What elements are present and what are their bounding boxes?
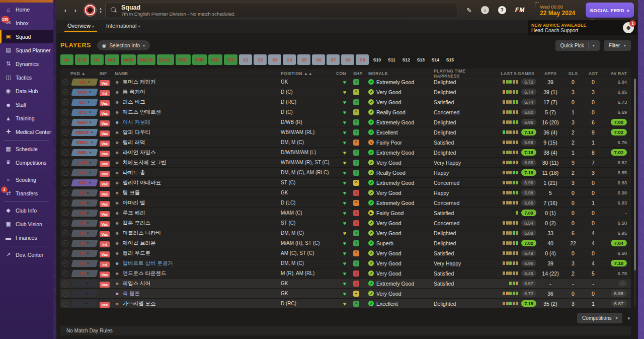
tab-overview[interactable]: Overview▾: [61, 20, 100, 32]
sidebar-item-dev-center[interactable]: ↗Dev. Center: [0, 248, 53, 261]
position-badge[interactable]: DCL▾: [71, 109, 98, 116]
position-filter-dcl[interactable]: DCL: [105, 54, 119, 65]
position-filter-dmcl[interactable]: DMCL: [157, 54, 175, 65]
position-filter-s5[interactable]: S5: [297, 54, 310, 65]
row-checkmark[interactable]: ✓: [62, 170, 68, 176]
col-pkd[interactable]: PKD ▲: [70, 71, 100, 76]
player-name[interactable]: 마블러스 나캄바: [122, 230, 160, 237]
position-filter-s1[interactable]: S1: [239, 54, 252, 65]
table-row[interactable]: ✓S4▾Vac☻칼튼 모리스ST (C)♥↓↗Very GoodConcerne…: [60, 218, 631, 228]
row-checkmark[interactable]: ✓: [62, 79, 68, 85]
sidebar-item-club-vision[interactable]: ▣Club Vision: [0, 217, 53, 231]
inf-tag[interactable]: Vac: [100, 120, 110, 126]
club-spinner[interactable]: ▲▼: [99, 7, 102, 14]
row-checkmark[interactable]: ✓: [62, 260, 68, 266]
inf-tag[interactable]: Vac: [100, 151, 110, 157]
player-name[interactable]: 리스 버크: [122, 99, 145, 106]
player-name[interactable]: 알베르트 삼비 로콩가: [122, 260, 173, 267]
position-filter-s2[interactable]: S2: [254, 54, 267, 65]
col-happiness[interactable]: PLAYING TIME HAPPINESS: [434, 69, 489, 79]
player-name[interactable]: 펠리 러덕: [122, 139, 145, 146]
position-badge[interactable]: S8▾: [71, 260, 98, 267]
table-row[interactable]: ✓-▾Vac☻가브리엘 오쇼D (RC)♥˅↗ExcellentDelighte…: [60, 299, 631, 309]
inf-tag[interactable]: Vac: [100, 251, 110, 257]
position-filter-gk[interactable]: GK: [60, 54, 73, 65]
player-name[interactable]: 톰 록키어: [122, 89, 145, 96]
table-row[interactable]: ✓DMCL▾Vac☻펠리 러덕DM, M (C)♥^↘Fairly PoorSa…: [60, 138, 631, 148]
position-badge[interactable]: S9▾: [71, 270, 98, 277]
player-name[interactable]: 컬리 우드로: [122, 250, 150, 257]
position-badge[interactable]: DMCR▾: [71, 129, 98, 136]
player-name[interactable]: 아마리 벨: [122, 199, 145, 207]
table-scrollbar[interactable]: [634, 79, 636, 307]
inf-tag[interactable]: Vac: [100, 282, 110, 288]
table-row[interactable]: ✓AMR▾Vac☻치에도지에 오그빈WB/M/AM (R), ST (C)♥↑↗…: [60, 158, 631, 168]
sidebar-item-scouting[interactable]: ⌕Scouting: [0, 173, 53, 186]
inf-tag[interactable]: Int: [100, 241, 110, 247]
position-filter-s15[interactable]: S15: [443, 54, 456, 65]
position-filter-amr[interactable]: AMR: [192, 54, 207, 65]
row-checkmark[interactable]: ✓: [62, 250, 68, 256]
inf-tag[interactable]: Vac: [100, 141, 110, 147]
position-badge[interactable]: S3▾: [71, 210, 98, 217]
inf-tag[interactable]: Vac: [100, 130, 110, 137]
position-filter-dcr[interactable]: DCR: [75, 54, 89, 65]
sidebar-item-schedule[interactable]: ▦Schedule: [0, 142, 53, 156]
inf-tag[interactable]: Vac: [100, 191, 110, 197]
col-ast[interactable]: AST: [584, 71, 603, 76]
col-last5[interactable]: LAST 5 GAMES: [489, 71, 538, 76]
position-filter-s4[interactable]: S4: [283, 54, 296, 65]
row-checkmark[interactable]: ✓: [62, 240, 68, 246]
row-checkmark[interactable]: ✓: [62, 301, 68, 307]
player-name[interactable]: 가브리엘 오쇼: [122, 300, 155, 307]
col-name[interactable]: NAME: [115, 71, 281, 76]
inf-tag[interactable]: Vac: [100, 100, 110, 106]
player-name[interactable]: 팀 크룰: [122, 189, 139, 196]
position-badge[interactable]: DC▾: [71, 99, 98, 106]
sidebar-item-competitions[interactable]: ♛Competitions: [0, 156, 53, 169]
social-feed-button[interactable]: SOCIAL FEED »: [586, 3, 634, 18]
forward-arrow-button[interactable]: ›: [70, 7, 80, 14]
tab-international[interactable]: International▾: [100, 20, 146, 32]
sidebar-item-dynamics[interactable]: ⇅Dynamics: [0, 57, 53, 71]
col-avrat[interactable]: AV RAT: [603, 71, 631, 76]
position-filter-dmcr[interactable]: DMCR: [137, 54, 155, 65]
position-filter-wbr[interactable]: WBR: [121, 54, 136, 65]
position-badge[interactable]: STC▾: [71, 179, 98, 186]
player-name[interactable]: 매드스 안데르센: [122, 109, 160, 116]
position-filter-s10[interactable]: S10: [370, 54, 383, 65]
table-row[interactable]: ✓S7▾Vac☻컬리 우드로AM (C), ST (C)♥^↗Very Good…: [60, 248, 631, 258]
position-badge[interactable]: S6▾: [71, 240, 98, 247]
row-checkmark[interactable]: ✓: [62, 160, 68, 166]
table-row[interactable]: ✓S3▾Vac☻루크 베리M/AM (C)♥↓▶Fairly GoodSatis…: [60, 208, 631, 218]
back-arrow-button[interactable]: ‹: [60, 7, 70, 14]
sidebar-item-squad-planner[interactable]: ▤Squad Planner: [0, 43, 53, 57]
title-search-bar[interactable]: Squad 7th in English Premier Division - …: [105, 2, 457, 18]
world-icon[interactable]: ♁: [481, 6, 489, 14]
sidebar-item-inbox[interactable]: ✉150Inbox: [0, 16, 53, 30]
help-icon[interactable]: ?: [498, 6, 506, 14]
player-name[interactable]: 알피 다우티: [122, 129, 150, 136]
position-filter-s6[interactable]: S6: [312, 54, 325, 65]
col-inf[interactable]: INF: [100, 71, 115, 76]
inf-tag[interactable]: Vac: [100, 110, 110, 116]
col-position[interactable]: POSITION ▲▲: [281, 71, 336, 76]
player-name[interactable]: 잭 월튼: [122, 290, 139, 297]
position-badge[interactable]: DCR▾: [71, 89, 98, 96]
position-filter-s3[interactable]: S3: [268, 54, 281, 65]
row-checkmark[interactable]: ✓: [62, 129, 68, 135]
col-shp[interactable]: SHP: [353, 71, 368, 76]
position-filter-s11[interactable]: S11: [385, 54, 398, 65]
position-badge[interactable]: WBL▾: [71, 149, 98, 156]
table-row[interactable]: ✓S6▾Int☻제이콥 브라운M/AM (R), ST (C)♥↑↗Superb…: [60, 238, 631, 248]
player-name[interactable]: 제임스 시어: [122, 280, 150, 287]
row-checkmark[interactable]: ✓: [62, 190, 68, 196]
row-checkmark[interactable]: ✓: [62, 281, 68, 287]
player-name[interactable]: 라이언 자일스: [122, 149, 155, 156]
advice-notification[interactable]: NEW ADVICE AVAILABLE Head Coach Support …: [528, 20, 637, 35]
row-checkmark[interactable]: ✓: [62, 220, 68, 226]
table-row[interactable]: ✓WBR▾Vac☻이사 카보레D/WB (R)♥^↗Extremely Good…: [60, 117, 631, 127]
filter-button[interactable]: Filter ▾: [604, 40, 631, 51]
table-row[interactable]: ✓S5▾Vac☻마블러스 나캄바DM, M (C)♥↑↗Very GoodDel…: [60, 228, 631, 238]
table-row[interactable]: ✓DCR▾Int☻톰 록키어D (C)♥^↗Very GoodDelighted…: [60, 87, 631, 97]
